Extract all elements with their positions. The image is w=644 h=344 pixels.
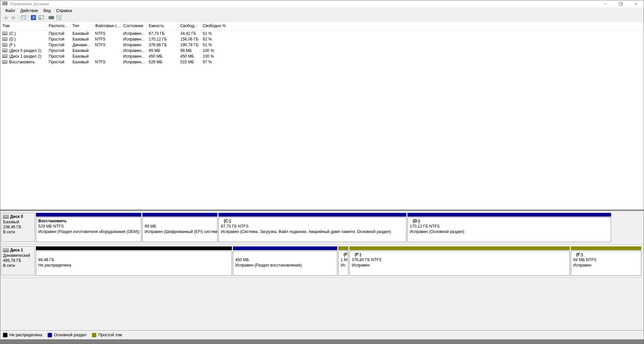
volume-name: (Диск 1 раздел 2) xyxy=(9,54,41,59)
disk-drive-icon[interactable] xyxy=(47,14,55,21)
cell-capacity: 450 МБ xyxy=(147,54,178,59)
partition[interactable]: (F:)58 МБ NTFSИсправен xyxy=(571,246,641,276)
partition-status: Исправен (Основной раздел) xyxy=(410,229,611,234)
partition-title: Восстановить xyxy=(38,218,141,224)
menu-help[interactable]: Справка xyxy=(53,8,75,13)
cell-layout: Простой xyxy=(47,48,70,53)
volume-table-body: (C:)ПростойБазовыйNTFSИсправен...67,73 Г… xyxy=(0,31,644,65)
cell-status: Исправен... xyxy=(121,37,147,42)
cell-free: 34,42 ГБ xyxy=(178,31,201,36)
volume-row[interactable]: (Диск 0 раздел 2)ПростойБазовыйИсправен.… xyxy=(0,48,644,53)
menu-view[interactable]: Вид xyxy=(41,8,53,13)
help-icon[interactable]: ? xyxy=(30,14,37,21)
cell-type: Динами... xyxy=(70,43,93,47)
window-controls: × xyxy=(597,0,644,7)
partition-title: (F:) xyxy=(573,252,641,257)
cell-status: Исправен xyxy=(121,43,147,47)
column-header[interactable]: Свобод... xyxy=(178,22,201,30)
partition-color-bar xyxy=(407,213,611,217)
cell-free_pct: 100 % xyxy=(201,54,232,59)
close-icon[interactable]: × xyxy=(628,0,644,7)
partition-size: 67,73 ГБ NTFS xyxy=(221,224,406,229)
legend-label: Основной раздел xyxy=(54,333,87,337)
partition[interactable]: (D:)170,12 ГБ NTFSИсправен (Основной раз… xyxy=(407,213,611,242)
minimize-icon[interactable] xyxy=(597,0,613,7)
disk-kind: Базовый xyxy=(3,220,33,225)
toolbar-separator xyxy=(46,15,46,20)
disk-label[interactable]: Диск 0Базовый238,46 ГБВ сети xyxy=(1,213,35,242)
partition-status: Исправен (Система, Загрузка, Файл подкач… xyxy=(221,229,406,234)
cell-fs: NTFS xyxy=(93,60,121,64)
forward-icon[interactable] xyxy=(9,14,17,21)
partition[interactable]: (F:1 МИс xyxy=(338,246,348,276)
taskbar-strip xyxy=(0,339,644,344)
volume-row[interactable]: (F:)ПростойДинами...NTFSИсправен376,86 Г… xyxy=(0,42,644,48)
partition[interactable]: 88,46 ГБНе распределена xyxy=(36,246,232,276)
disk-icon xyxy=(3,248,9,252)
column-header[interactable]: Располо... xyxy=(47,22,70,30)
column-header[interactable]: Свободно % xyxy=(201,22,232,30)
partition[interactable]: 450 МБИсправен (Раздел восстановления) xyxy=(233,246,337,276)
volume-row[interactable]: (D:)ПростойБазовыйNTFSИсправен...170,12 … xyxy=(0,36,644,42)
toolbar-separator xyxy=(28,15,29,20)
volume-name: (C:) xyxy=(9,31,16,36)
volume-row[interactable]: ВосстановитьПростойБазовыйNTFSИсправен..… xyxy=(0,59,644,65)
partition[interactable]: (C:)67,73 ГБ NTFSИсправен (Система, Загр… xyxy=(218,213,406,242)
partition[interactable]: Восстановить529 МБ NTFSИсправен (Раздел … xyxy=(36,213,141,242)
legend-bar: Не распределенаОсновной разделПростой то… xyxy=(0,330,644,339)
cell-volume: (Диск 1 раздел 2) xyxy=(0,54,47,59)
cell-fs: NTFS xyxy=(93,43,121,47)
column-header[interactable]: Состояние xyxy=(121,22,147,30)
graphical-view: Диск 0Базовый238,46 ГБВ сетиВосстановить… xyxy=(0,211,644,330)
partition-status: Исправен (Раздел изготовителя оборудован… xyxy=(38,229,141,234)
menu-action[interactable]: Действие xyxy=(18,8,41,13)
cell-capacity: 376,86 ГБ xyxy=(147,43,178,47)
cell-free_pct: 92 % xyxy=(201,37,232,42)
partition-title: (C:) xyxy=(221,218,406,224)
disk-name: Диск 0 xyxy=(10,214,23,219)
disk-label[interactable]: Диск 1Динамический465,76 ГБВ сети xyxy=(1,246,35,275)
legend-swatch xyxy=(92,333,96,337)
volume-icon xyxy=(2,43,7,47)
partition-size: 376,80 ГБ NTFS xyxy=(352,257,569,263)
column-header[interactable]: Том xyxy=(0,22,47,30)
partition-status: Исправен xyxy=(352,263,569,268)
properties-list-icon[interactable] xyxy=(55,14,63,21)
partition-color-bar xyxy=(36,213,141,217)
detail-view-icon[interactable] xyxy=(37,14,45,21)
menu-file[interactable]: Файл xyxy=(2,8,18,13)
partition-box: 88,46 ГБНе распределена xyxy=(36,251,232,276)
partition-color-bar xyxy=(36,246,232,250)
column-header[interactable]: Емкость xyxy=(147,22,178,30)
volume-row[interactable]: (C:)ПростойБазовыйNTFSИсправен...67,73 Г… xyxy=(0,31,644,36)
restore-icon[interactable] xyxy=(613,0,628,7)
partition-status: Ис xyxy=(341,263,348,268)
partition-color-bar xyxy=(338,246,348,250)
partition-box: Восстановить529 МБ NTFSИсправен (Раздел … xyxy=(36,217,141,242)
legend-item: Простой том xyxy=(92,333,122,337)
back-icon[interactable] xyxy=(2,14,9,21)
partition-size: 450 МБ xyxy=(235,257,337,263)
cell-volume: (F:) xyxy=(0,43,47,47)
cell-fs: NTFS xyxy=(93,31,121,36)
legend-swatch xyxy=(48,333,52,337)
disk-status: В сети xyxy=(3,230,33,235)
column-header[interactable]: Тип xyxy=(70,22,93,30)
partition-box: (F:1 МИс xyxy=(338,251,348,276)
cell-layout: Простой xyxy=(47,43,70,47)
cell-volume: Восстановить xyxy=(0,60,47,64)
volume-row[interactable]: (Диск 1 раздел 2)ПростойБазовыйИсправен.… xyxy=(0,53,644,59)
partition-box: (C:)67,73 ГБ NTFSИсправен (Система, Загр… xyxy=(218,217,406,242)
partition[interactable]: 99 МБИсправен (Шифрованный (EFI) системн… xyxy=(142,213,217,242)
column-header[interactable]: Файловая с... xyxy=(93,22,121,30)
partition-status: Исправен (Раздел восстановления) xyxy=(235,263,337,268)
partition-color-bar xyxy=(233,246,337,250)
cell-capacity: 170,12 ГБ xyxy=(147,37,178,42)
legend-swatch xyxy=(3,333,7,337)
cell-free: 450 МБ xyxy=(178,54,201,59)
partition[interactable]: (F:)376,80 ГБ NTFSИсправен xyxy=(349,246,570,276)
cell-free: 156,06 ГБ xyxy=(178,37,201,42)
cell-status: Исправен... xyxy=(121,48,147,53)
disk-row: Диск 0Базовый238,46 ГБВ сетиВосстановить… xyxy=(0,211,644,244)
console-window-icon[interactable] xyxy=(19,14,27,21)
